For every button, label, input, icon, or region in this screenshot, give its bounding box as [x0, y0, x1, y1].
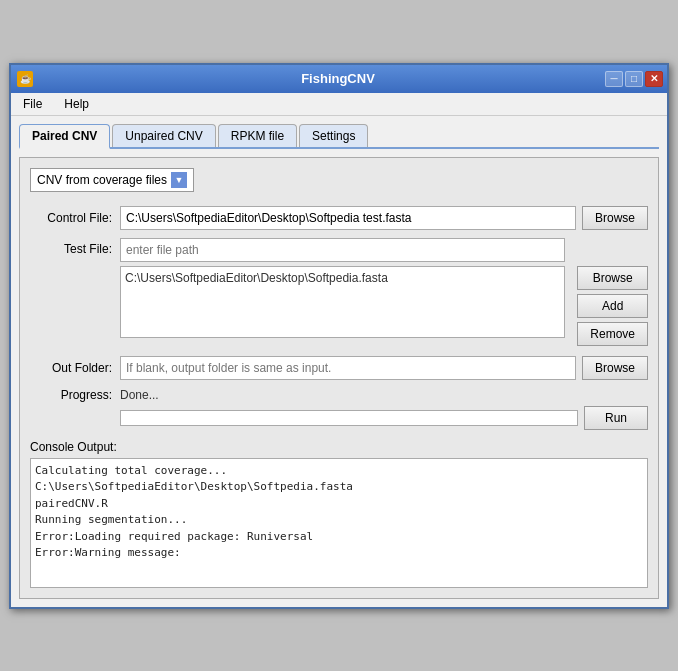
- progress-bar-area: Run: [30, 406, 648, 430]
- console-line-4: Error:Loading required package: Runivers…: [35, 529, 643, 546]
- console-line-2: pairedCNV.R: [35, 496, 643, 513]
- console-line-1: C:\Users\SoftpediaEditor\Desktop\Softped…: [35, 479, 643, 496]
- remove-button[interactable]: Remove: [577, 322, 648, 346]
- out-folder-row: Out Folder: Browse: [30, 356, 648, 380]
- close-button[interactable]: ✕: [645, 71, 663, 87]
- control-file-row: Control File: Browse: [30, 206, 648, 230]
- progress-row: Progress: Done...: [30, 388, 648, 402]
- tab-bar: Paired CNV Unpaired CNV RPKM file Settin…: [19, 124, 659, 149]
- out-folder-browse-button[interactable]: Browse: [582, 356, 648, 380]
- console-output[interactable]: Calculating total coverage... C:\Users\S…: [30, 458, 648, 588]
- console-line-5: Error:Warning message:: [35, 545, 643, 562]
- progress-label: Progress:: [30, 388, 120, 402]
- console-label: Console Output:: [30, 440, 648, 454]
- test-file-area: Test File: C:\Users\SoftpediaEditor\Desk…: [30, 238, 648, 346]
- test-file-input-row: [120, 238, 565, 262]
- console-line-0: Calculating total coverage...: [35, 463, 643, 480]
- progress-section: Progress: Done... Run: [30, 388, 648, 430]
- control-file-browse-button[interactable]: Browse: [582, 206, 648, 230]
- menu-bar: File Help: [11, 93, 667, 116]
- cnv-type-dropdown[interactable]: CNV from coverage files ▼: [30, 168, 194, 192]
- console-line-3: Running segmentation...: [35, 512, 643, 529]
- window-title: FishingCNV: [71, 71, 605, 86]
- progress-bar-container: [120, 410, 578, 426]
- tab-unpaired-cnv[interactable]: Unpaired CNV: [112, 124, 215, 147]
- out-folder-input[interactable]: [120, 356, 576, 380]
- menu-help[interactable]: Help: [58, 95, 95, 113]
- content-area: Paired CNV Unpaired CNV RPKM file Settin…: [11, 116, 667, 607]
- tab-content: CNV from coverage files ▼ Control File: …: [19, 157, 659, 599]
- dropdown-arrow-icon: ▼: [171, 172, 187, 188]
- control-file-input[interactable]: [120, 206, 576, 230]
- out-folder-label: Out Folder:: [30, 361, 120, 375]
- test-file-label: Test File:: [30, 238, 120, 256]
- tab-settings[interactable]: Settings: [299, 124, 368, 147]
- add-button[interactable]: Add: [577, 294, 648, 318]
- list-item: C:\Users\SoftpediaEditor\Desktop\Softped…: [125, 271, 560, 285]
- test-file-input[interactable]: [120, 238, 565, 262]
- main-window: ☕ FishingCNV ─ □ ✕ File Help Paired CNV …: [9, 63, 669, 609]
- tab-paired-cnv[interactable]: Paired CNV: [19, 124, 110, 149]
- test-file-browse-button[interactable]: Browse: [577, 266, 648, 290]
- progress-status: Done...: [120, 388, 159, 402]
- test-file-side-buttons: Browse Add Remove: [571, 238, 648, 346]
- tab-rpkm-file[interactable]: RPKM file: [218, 124, 297, 147]
- window-controls: ─ □ ✕: [605, 71, 667, 87]
- app-icon: ☕: [17, 71, 33, 87]
- minimize-button[interactable]: ─: [605, 71, 623, 87]
- title-bar: ☕ FishingCNV ─ □ ✕: [11, 65, 667, 93]
- control-file-label: Control File:: [30, 211, 120, 225]
- dropdown-row: CNV from coverage files ▼: [30, 168, 648, 192]
- menu-file[interactable]: File: [17, 95, 48, 113]
- dropdown-label: CNV from coverage files: [37, 173, 167, 187]
- file-list-box: C:\Users\SoftpediaEditor\Desktop\Softped…: [120, 266, 565, 338]
- test-file-right: C:\Users\SoftpediaEditor\Desktop\Softped…: [120, 238, 565, 338]
- run-button[interactable]: Run: [584, 406, 648, 430]
- maximize-button[interactable]: □: [625, 71, 643, 87]
- console-section: Console Output: Calculating total covera…: [30, 440, 648, 588]
